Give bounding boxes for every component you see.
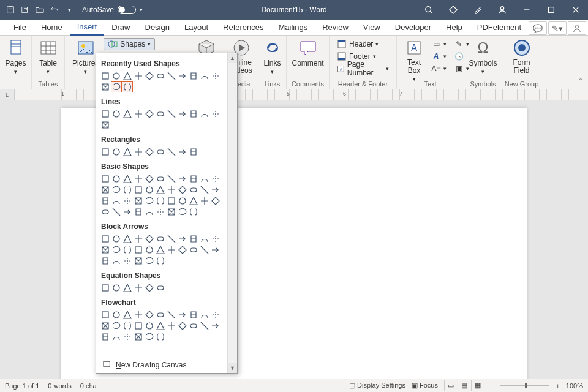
shape-item[interactable]	[144, 233, 155, 244]
shape-item[interactable]	[100, 255, 111, 266]
shape-item[interactable]	[100, 70, 111, 81]
tab-review[interactable]: Review	[315, 20, 356, 35]
table-button[interactable]: Table▾	[36, 37, 61, 76]
shape-item[interactable]	[144, 108, 155, 119]
shape-item[interactable]	[188, 233, 199, 244]
shape-item[interactable]	[144, 70, 155, 81]
shape-item[interactable]	[133, 244, 144, 255]
tab-references[interactable]: References	[216, 20, 271, 35]
shape-item[interactable]	[199, 309, 210, 320]
shape-item[interactable]	[144, 282, 155, 293]
shape-item[interactable]	[177, 320, 188, 331]
shape-item[interactable]	[133, 331, 144, 342]
shape-item[interactable]	[122, 70, 133, 81]
shape-item[interactable]	[144, 173, 155, 184]
shape-item[interactable]	[122, 173, 133, 184]
form-field-button[interactable]: Form Field	[507, 37, 536, 76]
status-chars[interactable]: 0 cha	[80, 382, 97, 390]
tab-home[interactable]: Home	[34, 20, 70, 35]
zoom-level[interactable]: 100%	[566, 382, 583, 390]
shape-item[interactable]	[210, 244, 221, 255]
scroll-down-icon[interactable]: ▼	[228, 363, 237, 373]
diamond-icon[interactable]	[441, 0, 466, 20]
shape-item[interactable]	[133, 70, 144, 81]
shape-item[interactable]	[188, 309, 199, 320]
shape-item[interactable]	[177, 244, 188, 255]
shapes-scrollbar[interactable]: ▲ ▼	[227, 53, 237, 373]
zoom-in-button[interactable]: +	[556, 382, 559, 390]
shape-item[interactable]	[133, 320, 144, 331]
shape-item[interactable]	[188, 320, 199, 331]
web-layout-button[interactable]: ▦	[471, 380, 484, 391]
shape-item[interactable]	[111, 195, 122, 206]
shape-item[interactable]	[122, 184, 133, 195]
shape-item[interactable]	[155, 108, 166, 119]
tab-mailings[interactable]: Mailings	[271, 20, 315, 35]
shape-item[interactable]	[166, 244, 177, 255]
shape-item[interactable]	[122, 233, 133, 244]
maximize-button[interactable]	[539, 0, 564, 20]
user-icon[interactable]	[490, 0, 514, 20]
shape-item[interactable]	[100, 108, 111, 119]
focus-button[interactable]: ▣ Focus	[412, 382, 438, 390]
tab-help[interactable]: Help	[439, 20, 470, 35]
shape-item[interactable]	[111, 173, 122, 184]
shape-item[interactable]	[188, 195, 199, 206]
open-icon[interactable]	[36, 6, 44, 14]
tab-draw[interactable]: Draw	[104, 20, 137, 35]
shape-item[interactable]	[122, 108, 133, 119]
shape-item[interactable]	[122, 244, 133, 255]
tab-insert[interactable]: Insert	[70, 20, 105, 36]
shape-item[interactable]	[144, 255, 155, 266]
text-box-button[interactable]: A Text Box▾	[402, 37, 426, 83]
shape-item[interactable]	[133, 233, 144, 244]
tab-developer[interactable]: Developer	[388, 20, 439, 35]
shape-item[interactable]	[199, 108, 210, 119]
shape-item[interactable]	[177, 184, 188, 195]
shape-item[interactable]	[122, 255, 133, 266]
shape-item[interactable]	[166, 309, 177, 320]
shape-item[interactable]	[133, 108, 144, 119]
shape-item[interactable]	[122, 320, 133, 331]
shape-item[interactable]	[210, 70, 221, 81]
shape-item[interactable]	[166, 206, 177, 217]
shape-item[interactable]	[122, 282, 133, 293]
shape-item[interactable]	[166, 233, 177, 244]
shape-item[interactable]	[100, 146, 111, 157]
shape-item[interactable]	[199, 233, 210, 244]
shape-item[interactable]	[155, 184, 166, 195]
shape-item[interactable]	[100, 195, 111, 206]
shape-item[interactable]	[177, 108, 188, 119]
share-button[interactable]	[568, 21, 586, 35]
shape-item[interactable]	[111, 81, 122, 92]
shape-item[interactable]	[199, 320, 210, 331]
shape-item[interactable]	[177, 70, 188, 81]
shape-item[interactable]	[111, 331, 122, 342]
shape-item[interactable]	[144, 146, 155, 157]
shape-item[interactable]	[155, 70, 166, 81]
shape-item[interactable]	[122, 309, 133, 320]
zoom-out-button[interactable]: −	[491, 382, 494, 390]
shape-item[interactable]	[177, 309, 188, 320]
shape-item[interactable]	[122, 146, 133, 157]
status-words[interactable]: 0 words	[48, 382, 72, 390]
shape-item[interactable]	[144, 309, 155, 320]
shape-item[interactable]	[100, 320, 111, 331]
status-page[interactable]: Page 1 of 1	[5, 382, 39, 390]
shape-item[interactable]	[155, 195, 166, 206]
links-button[interactable]: Links▾	[260, 37, 285, 76]
shape-item[interactable]	[111, 282, 122, 293]
shape-item[interactable]	[100, 244, 111, 255]
shape-item[interactable]	[100, 184, 111, 195]
shape-item[interactable]	[111, 108, 122, 119]
search-icon[interactable]	[417, 0, 441, 20]
shape-item[interactable]	[100, 331, 111, 342]
export-icon[interactable]	[21, 6, 29, 14]
shape-item[interactable]	[122, 331, 133, 342]
shape-item[interactable]	[100, 81, 111, 92]
shape-item[interactable]	[122, 206, 133, 217]
shape-item[interactable]	[188, 108, 199, 119]
shape-item[interactable]	[133, 255, 144, 266]
shape-item[interactable]	[166, 146, 177, 157]
shape-item[interactable]	[210, 309, 221, 320]
